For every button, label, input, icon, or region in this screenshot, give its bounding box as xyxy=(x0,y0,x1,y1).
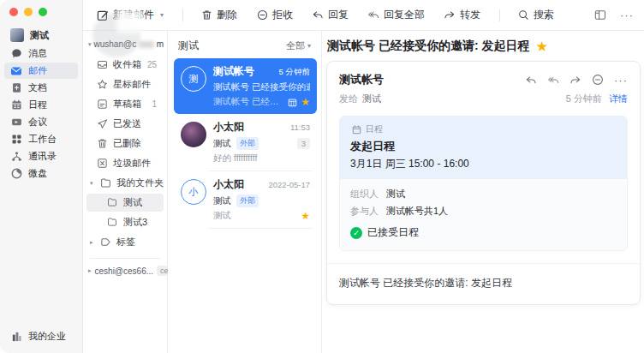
user-name: 测试 xyxy=(30,29,49,42)
mail-subject-preview: 测试 xyxy=(213,138,231,150)
folder-deleted[interactable]: 已删除 xyxy=(86,135,164,153)
trash-icon xyxy=(97,138,108,149)
sidebar-item-my-company[interactable]: 我的企业 xyxy=(10,330,66,343)
sidebar-item-label: 微盘 xyxy=(28,167,47,180)
mail-list-pane: 测试 全部 ▾ 测 测试帐号 5 分钟前 测试帐号 已经接受你的邀请: 发...… xyxy=(168,31,322,353)
subfolder-ceshi3[interactable]: 测试3 xyxy=(86,213,164,231)
organizer-label: 组织人 xyxy=(350,188,386,200)
company-building-icon xyxy=(10,331,22,343)
folder-tags[interactable]: ▸ 标签 xyxy=(86,233,164,251)
sender-name: 测试帐号 xyxy=(213,64,254,79)
mail-body-preview: 测试帐号 已经接受你的邀请 xyxy=(213,96,283,108)
folder-junk[interactable]: 垃圾邮件 xyxy=(86,154,164,172)
sidebar-item-messages[interactable]: 消息 xyxy=(4,45,78,62)
list-divider xyxy=(208,228,313,229)
video-meeting-icon xyxy=(10,117,22,129)
sender-name: 小太阳 xyxy=(213,120,244,135)
mail-subject: 测试帐号 已经接受你的邀请: 发起日程 xyxy=(327,39,529,54)
sidebar-item-label: 日程 xyxy=(28,99,47,111)
compose-button[interactable]: 新建邮件 ▾ xyxy=(97,8,164,22)
sidebar-item-docs[interactable]: 文档 xyxy=(4,80,78,96)
external-badge: 外部 xyxy=(236,194,259,207)
mail-body-text: 测试帐号 已经接受你的邀请: 发起日程 xyxy=(339,264,628,290)
chevron-down-icon: ▾ xyxy=(307,42,311,50)
circle-minus-icon[interactable] xyxy=(592,74,604,86)
mail-toolbar: 新建邮件 ▾ 删除 拒收 回复 回复全部 xyxy=(83,0,644,31)
sidebar-item-contacts[interactable]: 通讯录 xyxy=(4,148,78,165)
mail-list-item[interactable]: 测 测试帐号 5 分钟前 测试帐号 已经接受你的邀请: 发... 测试帐号 已经… xyxy=(174,58,317,114)
folder-my-folders[interactable]: ▾ 我的文件夹 xyxy=(86,174,164,192)
folder-starred[interactable]: 星标邮件 xyxy=(86,75,164,93)
sidebar-item-label: 会议 xyxy=(28,116,47,129)
expand-caret-icon[interactable]: ▾ xyxy=(90,180,95,187)
close-window-button[interactable] xyxy=(9,8,18,16)
sidebar-item-drive[interactable]: 微盘 xyxy=(4,165,78,182)
expand-caret-icon[interactable]: ▸ xyxy=(88,267,92,274)
to-value: 测试 xyxy=(362,93,381,105)
layout-toggle-icon[interactable] xyxy=(594,9,606,21)
mail-time: 5 分钟前 xyxy=(279,67,310,78)
forward-icon[interactable] xyxy=(569,74,581,86)
organizer-value: 测试 xyxy=(386,188,405,200)
folder-inbox[interactable]: 收件箱 25 xyxy=(86,56,164,74)
sidebar-item-meeting[interactable]: 会议 xyxy=(4,114,78,130)
folder-icon xyxy=(100,177,111,188)
secondary-account-row[interactable]: ▸ ceshi@ces66... ceshi xyxy=(83,266,167,276)
calendar-invite-card[interactable]: 日程 发起日程 3月1日 周三 15:00 - 16:00 组织人 测试 参与人… xyxy=(339,116,628,251)
mail-time: 5 分钟前 xyxy=(566,93,602,105)
detail-link[interactable]: 详情 xyxy=(609,93,628,105)
filter-dropdown[interactable]: 全部 ▾ xyxy=(286,39,311,52)
calendar-icon xyxy=(10,99,22,111)
reply-all-button[interactable]: 回复全部 xyxy=(367,8,425,22)
mail-list-item[interactable]: 小太阳 11:53 测试 外部 3 好的 ffffffffff xyxy=(174,114,317,171)
invite-status: 已接受日程 xyxy=(367,225,419,240)
star-icon[interactable]: ★ xyxy=(536,39,547,53)
invite-type-label: 日程 xyxy=(366,123,383,135)
minimize-window-button[interactable] xyxy=(24,8,33,16)
zoom-window-button[interactable] xyxy=(39,8,47,16)
sidebar-item-calendar[interactable]: 日程 xyxy=(4,97,78,113)
collapse-caret-icon[interactable]: ▾ xyxy=(88,41,92,48)
sidebar-item-workbench[interactable]: 工作台 xyxy=(4,131,78,147)
star-icon[interactable]: ★ xyxy=(301,210,310,222)
expand-caret-icon[interactable]: ▸ xyxy=(90,239,95,246)
tag-icon xyxy=(100,236,111,248)
folder-drafts[interactable]: 草稿箱 1 xyxy=(86,95,164,113)
toolbar-separator xyxy=(499,9,500,21)
sidebar-user[interactable]: 测试 xyxy=(4,26,78,45)
compose-icon xyxy=(97,9,109,21)
mail-list-item[interactable]: 小 小太阳 2022-05-17 测试 外部 测试 ★ xyxy=(174,171,317,228)
external-badge: 外部 xyxy=(236,137,259,150)
sender-name: 小太阳 xyxy=(213,177,244,192)
reply-all-icon xyxy=(367,9,379,21)
forward-button[interactable]: 转发 xyxy=(444,8,480,22)
folder-icon xyxy=(107,197,118,208)
attendee-label: 参与人 xyxy=(350,205,386,218)
subfolder-ceshi[interactable]: 测试 xyxy=(86,194,164,212)
junk-mail-icon xyxy=(97,158,108,169)
more-options-button[interactable]: ··· xyxy=(620,9,634,21)
reply-button[interactable]: 回复 xyxy=(312,8,349,22)
to-label: 发给 xyxy=(339,93,358,105)
star-icon[interactable]: ★ xyxy=(301,96,310,108)
reply-all-icon[interactable] xyxy=(547,74,559,86)
account-row[interactable]: ▾ wushan@cm xyxy=(83,31,167,56)
document-icon xyxy=(10,82,22,94)
sidebar-item-label: 通讯录 xyxy=(28,150,57,163)
mail-detail-card: 测试帐号 ··· 发 xyxy=(326,61,641,305)
mail-app-window: 测试 消息 邮件 文档 日程 xyxy=(0,0,644,353)
folder-sent[interactable]: 已发送 xyxy=(86,115,164,133)
avatar xyxy=(181,122,206,147)
delete-button[interactable]: 删除 xyxy=(200,8,237,22)
folder-icon xyxy=(107,217,118,228)
mail-sender: 测试帐号 xyxy=(339,72,384,87)
reject-button[interactable]: 拒收 xyxy=(256,8,293,22)
chevron-down-icon[interactable]: ▾ xyxy=(160,11,164,19)
thread-count-badge: 3 xyxy=(297,138,310,149)
reading-pane: 测试帐号 已经接受你的邀请: 发起日程 ★ 测试帐号 xyxy=(322,31,644,353)
sidebar-item-label: 工作台 xyxy=(28,133,57,146)
sidebar-item-mail[interactable]: 邮件 xyxy=(4,63,78,79)
more-options-icon[interactable]: ··· xyxy=(614,74,628,87)
reply-icon[interactable] xyxy=(525,74,537,86)
search-button[interactable]: 搜索 xyxy=(517,8,554,22)
